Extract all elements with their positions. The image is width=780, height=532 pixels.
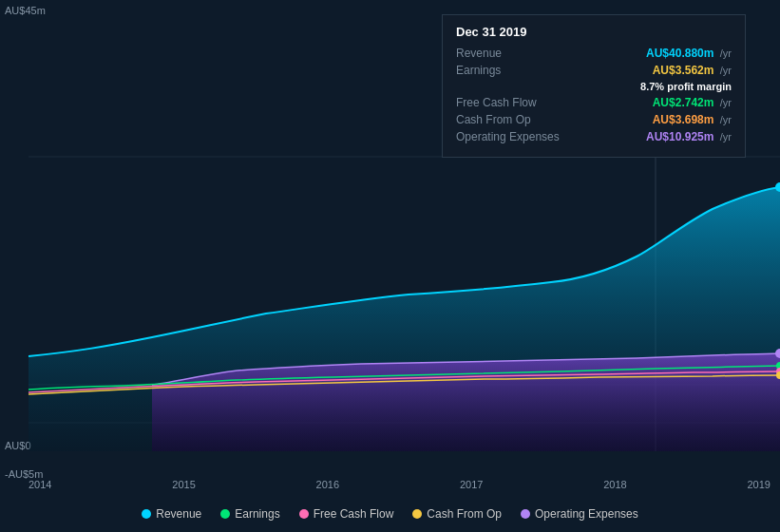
y-label-top: AU$45m	[5, 5, 46, 16]
cash-from-op-unit: /yr	[720, 114, 732, 125]
fcf-unit: /yr	[720, 97, 732, 108]
chart-legend: Revenue Earnings Free Cash Flow Cash Fro…	[0, 507, 780, 521]
revenue-value: AU$40.880m	[646, 47, 713, 60]
cash-from-op-value: AU$3.698m	[653, 113, 714, 126]
info-tooltip: Dec 31 2019 Revenue AU$40.880m /yr Earni…	[442, 14, 746, 158]
legend-fcf[interactable]: Free Cash Flow	[299, 507, 394, 521]
opex-value: AU$10.925m	[646, 130, 713, 143]
y-label-zero: AU$0	[5, 440, 31, 451]
legend-label-earnings: Earnings	[235, 507, 279, 521]
opex-unit: /yr	[720, 131, 732, 142]
opex-row: Operating Expenses AU$10.925m /yr	[456, 130, 732, 143]
legend-cash-from-op[interactable]: Cash From Op	[412, 507, 502, 521]
opex-label: Operating Expenses	[456, 130, 580, 143]
x-label-2014: 2014	[29, 479, 51, 490]
legend-revenue[interactable]: Revenue	[142, 507, 201, 521]
fcf-value: AU$2.742m	[653, 96, 714, 109]
x-axis-labels: 2014 2015 2016 2017 2018 2019	[29, 479, 770, 490]
revenue-row: Revenue AU$40.880m /yr	[456, 47, 732, 60]
main-chart-svg	[29, 147, 780, 451]
profit-margin-row: 8.7% profit margin	[456, 81, 732, 92]
legend-dot-revenue	[142, 509, 151, 519]
profit-margin-value: 8.7% profit margin	[640, 81, 732, 92]
earnings-value: AU$3.562m	[653, 64, 714, 77]
legend-dot-cash-from-op	[412, 509, 422, 519]
earnings-unit: /yr	[720, 65, 732, 76]
cash-from-op-label: Cash From Op	[456, 113, 580, 126]
fcf-label: Free Cash Flow	[456, 96, 580, 109]
x-label-2016: 2016	[316, 479, 339, 490]
legend-dot-earnings	[220, 509, 230, 519]
tooltip-date: Dec 31 2019	[456, 25, 732, 39]
fcf-row: Free Cash Flow AU$2.742m /yr	[456, 96, 732, 109]
legend-dot-fcf	[299, 509, 309, 519]
revenue-unit: /yr	[720, 48, 732, 59]
cash-from-op-row: Cash From Op AU$3.698m /yr	[456, 113, 732, 126]
x-label-2017: 2017	[460, 479, 483, 490]
x-label-2019: 2019	[747, 479, 770, 490]
legend-label-cash-from-op: Cash From Op	[427, 507, 502, 521]
x-label-2018: 2018	[603, 479, 626, 490]
earnings-label: Earnings	[456, 64, 580, 77]
earnings-row: Earnings AU$3.562m /yr	[456, 64, 732, 77]
revenue-label: Revenue	[456, 47, 580, 60]
x-label-2015: 2015	[172, 479, 195, 490]
legend-dot-opex	[521, 509, 530, 519]
legend-earnings[interactable]: Earnings	[220, 507, 279, 521]
legend-opex[interactable]: Operating Expenses	[521, 507, 638, 521]
legend-label-revenue: Revenue	[156, 507, 201, 521]
legend-label-opex: Operating Expenses	[535, 507, 638, 521]
legend-label-fcf: Free Cash Flow	[314, 507, 394, 521]
